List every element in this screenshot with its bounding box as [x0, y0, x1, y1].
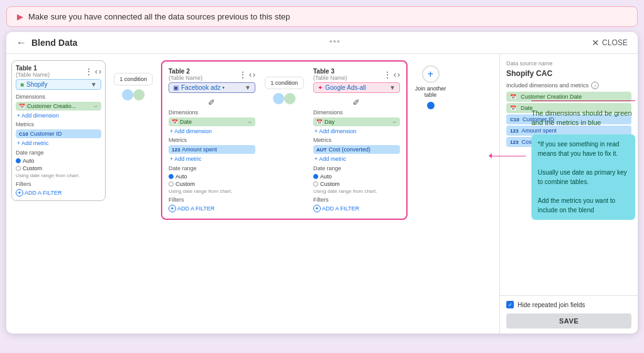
table2-metrics-label: Metrics	[169, 137, 255, 143]
table1-date-custom-row[interactable]: Custom	[16, 165, 101, 171]
table3-date-note: Using date range from chart.	[313, 188, 400, 194]
table3-filters: Filters + ADD A FILTER	[313, 197, 400, 212]
annotation-green-text: The dimensions should be green and the m…	[531, 109, 635, 128]
tables-row: Table 1 (Table Name) ⋮ ‹ ›	[11, 60, 451, 220]
tables-area: Table 1 (Table Name) ⋮ ‹ ›	[6, 54, 499, 334]
table1-add-dimension[interactable]: + Add dimension	[16, 112, 101, 119]
condition-box-2[interactable]: 1 condition	[265, 77, 304, 89]
table1-add-metric[interactable]: + Add metric	[16, 139, 101, 147]
table3-subtitle: (Table Name)	[313, 75, 347, 81]
table2-top-row: Table 2 (Table Name) ⋮ ‹ ›	[169, 68, 255, 81]
table2-left-arrow[interactable]: ‹	[249, 70, 252, 79]
table2-menu-icon[interactable]: ⋮	[238, 70, 247, 79]
table1-date-custom: Custom	[23, 165, 42, 171]
divider-dots	[330, 40, 340, 43]
table3-left-arrow[interactable]: ‹	[394, 70, 396, 79]
table1-dim-0-icon: 📅	[19, 104, 25, 109]
table2-source-icon: ▣	[173, 84, 179, 91]
divider-dot-1	[330, 40, 332, 43]
divider-handle	[330, 38, 340, 45]
condition-connector-1: 1 condition	[108, 60, 158, 117]
table3-source-selector[interactable]: ✦ Google Ads-all ▼	[313, 82, 400, 93]
table3-nav-arrows: ‹ ›	[394, 70, 400, 79]
table1-dim-0-link: ↔	[93, 104, 98, 109]
table1-filters: Filters + ADD A FILTER	[16, 181, 101, 197]
table1-date-label: Date range	[16, 149, 101, 156]
hide-repeated-row[interactable]: ✓ Hide repeated join fields	[506, 301, 631, 308]
table1-title: Table 1	[16, 65, 50, 72]
join-circle: +	[422, 65, 440, 83]
table2-date-auto: Auto	[175, 173, 187, 180]
table2-add-dimension[interactable]: + Add dimension	[169, 128, 255, 135]
table3-pencil-icon: ✏	[350, 95, 363, 108]
right-panel-footer: ✓ Hide repeated join fields SAVE	[500, 295, 638, 334]
hide-repeated-label: Hide repeated join fields	[518, 301, 585, 308]
table1-add-filter[interactable]: + ADD A FILTER	[16, 189, 101, 197]
divider-dot-2	[333, 40, 336, 43]
back-arrow-icon[interactable]: ←	[16, 37, 26, 48]
table3-filter-label: ADD A FILTER	[322, 205, 359, 212]
hide-repeated-checkbox[interactable]: ✓	[506, 301, 514, 308]
table1-source-arrow: ▼	[91, 81, 97, 88]
table1-source-name: Shopify	[26, 81, 88, 88]
table2-dim-0: 📅 Date ↔	[169, 117, 255, 126]
table2-source-selector[interactable]: ▣ Facebook adz • ▼	[169, 82, 255, 93]
table1-source-icon: ■	[20, 81, 24, 88]
table3-date-range: Date range Auto Custom Using date range …	[313, 165, 400, 194]
table3-right-arrow[interactable]: ›	[397, 70, 400, 79]
table2-add-filter[interactable]: + ADD A FILTER	[169, 205, 255, 212]
condition-venn-2	[273, 92, 296, 106]
table2-date-custom: Custom	[175, 181, 195, 187]
included-label: Included dimensions and metrics i	[506, 82, 631, 89]
top-banner: ▶ Make sure you have connected all the d…	[6, 6, 638, 27]
table3-date-auto: Auto	[320, 173, 332, 180]
table3-source-arrow: ▼	[389, 84, 396, 91]
table2-filters: Filters + ADD A FILTER	[169, 197, 255, 212]
right-panel-source-name-label: Data source name	[506, 60, 631, 67]
table1-menu-icon[interactable]: ⋮	[84, 67, 93, 76]
table2-filter-label: ADD A FILTER	[177, 205, 214, 212]
close-button[interactable]: ✕ CLOSE	[592, 38, 628, 48]
table3-pencil-area: ✏	[313, 97, 400, 107]
table1-filter-label: ADD A FILTER	[25, 190, 62, 196]
annotation-teal-content: *If you see something in read means that…	[538, 141, 627, 214]
table1-source-selector[interactable]: ■ Shopify ▼	[16, 79, 101, 90]
table3-metric-0-icon: AUT	[316, 147, 326, 153]
table3-top-row: Table 3 (Table Name) ⋮ ‹ ›	[313, 68, 400, 81]
table3-menu-icon[interactable]: ⋮	[383, 70, 392, 79]
join-table-card[interactable]: + Join another table	[410, 60, 451, 114]
table1-date-auto-row[interactable]: Auto	[16, 158, 101, 164]
dialog-title: Blend Data	[31, 38, 77, 48]
table3-source-name: Google Ads-all	[325, 84, 387, 91]
field-0-icon: 📅	[510, 94, 518, 100]
table2-date-custom-row[interactable]: Custom	[169, 181, 255, 187]
table2-dimensions-label: Dimensions	[169, 109, 255, 116]
table2-metric-0: 123 Amount spent	[169, 145, 255, 154]
field-1-icon: 📅	[510, 106, 518, 111]
table2-date-auto-row[interactable]: Auto	[169, 173, 255, 180]
dialog-header: ← Blend Data ✕ CLOSE	[6, 32, 638, 54]
table2-add-metric[interactable]: + Add metric	[169, 155, 255, 163]
join-blue-dot	[427, 102, 435, 109]
table-card-2: Table 2 (Table Name) ⋮ ‹ ›	[165, 64, 259, 216]
table3-add-metric[interactable]: + Add metric	[313, 155, 400, 163]
join-table-label: Join another table	[413, 85, 448, 98]
save-button[interactable]: SAVE	[506, 313, 631, 329]
table1-metric-0: C10 Customer ID	[16, 129, 101, 138]
table1-dim-0: 📅 Customer Creatio... ↔	[16, 102, 101, 111]
table1-right-arrow[interactable]: ›	[99, 67, 101, 76]
table2-nav-arrows: ‹ ›	[249, 70, 255, 79]
table3-add-filter[interactable]: + ADD A FILTER	[313, 205, 400, 212]
table1-nav-arrows: ‹ ›	[95, 67, 101, 76]
table3-add-dimension[interactable]: + Add dimension	[313, 128, 400, 135]
table3-date-custom-row[interactable]: Custom	[313, 181, 400, 187]
divider-dot-3	[337, 40, 340, 43]
table3-dim-0-icon: 📅	[316, 119, 323, 125]
table1-filter-plus: +	[16, 189, 23, 197]
table2-right-arrow[interactable]: ›	[253, 70, 255, 79]
table1-left-arrow[interactable]: ‹	[95, 67, 97, 76]
condition-box-1[interactable]: 1 condition	[114, 73, 153, 85]
table3-date-auto-row[interactable]: Auto	[313, 173, 400, 180]
table3-metric-0-label: Cost (converted)	[328, 146, 370, 153]
table2-pencil-icon: ✏	[206, 95, 218, 108]
